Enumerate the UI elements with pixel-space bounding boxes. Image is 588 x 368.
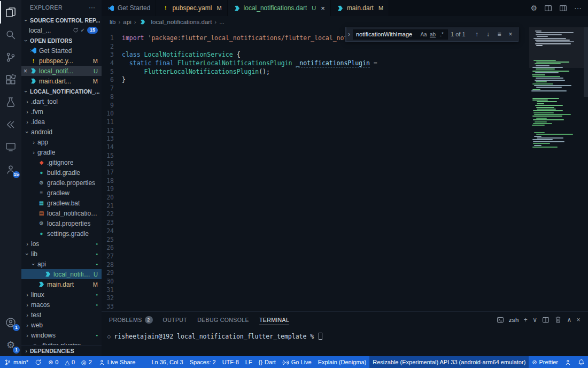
open-editor-item[interactable]: main.dart...M xyxy=(21,76,102,86)
panel-tab-output[interactable]: OUTPUT xyxy=(163,312,188,328)
tree-item[interactable]: ›android xyxy=(21,127,102,137)
tree-item[interactable]: ›lib● xyxy=(21,249,102,259)
close-icon[interactable]: × xyxy=(321,4,325,12)
tree-item[interactable]: ⚙local.properties xyxy=(21,218,102,228)
close-find-icon[interactable]: × xyxy=(506,30,515,38)
kill-terminal-icon[interactable] xyxy=(554,316,562,324)
activity-search[interactable] xyxy=(0,24,21,46)
branch-item[interactable]: main* xyxy=(1,356,32,368)
tree-item[interactable]: ›test xyxy=(21,310,102,320)
tree-item[interactable]: ▤local_notification_f... xyxy=(21,208,102,218)
open-editor-item[interactable]: Get Started xyxy=(21,45,102,56)
close-panel-icon[interactable]: × xyxy=(577,316,581,324)
panel-tab-problems[interactable]: PROBLEMS2 xyxy=(109,312,153,328)
toggle-replace-icon[interactable]: › xyxy=(348,30,350,38)
sync-item[interactable] xyxy=(32,356,45,368)
section-workspace[interactable]: › LOCAL_NOTIFICATION_... xyxy=(21,86,102,96)
sessions-item[interactable]: ◎2 xyxy=(78,356,95,368)
scm-commit-icon[interactable]: ✓ xyxy=(81,27,85,33)
tab-get-started[interactable]: Get Started xyxy=(102,0,156,16)
maximize-panel-icon[interactable]: ∧ xyxy=(567,316,571,324)
tree-item[interactable]: ⚙gradle.properties xyxy=(21,178,102,188)
go-live[interactable]: Go Live xyxy=(279,356,315,368)
activity-settings-gear[interactable]: ⚙1 xyxy=(0,334,21,356)
activity-accounts[interactable]: 1 xyxy=(0,311,21,334)
next-match-icon[interactable]: ↓ xyxy=(484,30,492,38)
panel-tab-terminal[interactable]: TERMINAL xyxy=(259,312,289,328)
tree-item[interactable]: ≡.flutter-plugins xyxy=(21,340,102,345)
previous-match-icon[interactable]: ↑ xyxy=(473,30,481,38)
activity-extensions[interactable] xyxy=(0,68,21,91)
activity-live-share[interactable]: 15 xyxy=(0,158,21,181)
regex-icon[interactable]: .* xyxy=(437,32,446,37)
activity-source-control[interactable] xyxy=(0,46,21,68)
tree-item[interactable]: ▦gradlew.bat xyxy=(21,198,102,208)
activity-testing[interactable] xyxy=(0,91,21,113)
section-source-control[interactable]: › SOURCE CONTROL REP... xyxy=(21,15,102,25)
minimap[interactable] xyxy=(529,27,584,164)
tree-item[interactable]: ›.dart_tool xyxy=(21,96,102,106)
panel-tab-debug-console[interactable]: DEBUG CONSOLE xyxy=(197,312,249,328)
editor-settings-icon[interactable]: ⚙ xyxy=(530,4,537,12)
feedback[interactable] xyxy=(561,356,575,368)
prettier[interactable]: ⊘Prettier xyxy=(529,356,561,368)
new-terminal-icon[interactable]: + xyxy=(524,316,528,324)
tree-item[interactable]: ›app xyxy=(21,137,102,147)
device-selector[interactable]: Resizable (Experimental) API 33 (android… xyxy=(369,356,529,368)
tree-item[interactable]: ›.idea xyxy=(21,117,102,127)
terminal[interactable]: ○ risheetajain@192 local_notification_fl… xyxy=(102,328,588,356)
section-open-editors[interactable]: › OPEN EDITORS xyxy=(21,35,102,45)
tree-item[interactable]: ●build.gradle xyxy=(21,167,102,178)
breadcrumb-item[interactable]: ... xyxy=(219,19,225,25)
section-dependencies[interactable]: › DEPENDENCIES xyxy=(21,345,102,356)
close-icon[interactable]: × xyxy=(21,67,29,75)
layout-icon[interactable] xyxy=(559,4,567,12)
explorer-more-actions-icon[interactable]: ··· xyxy=(89,4,95,11)
cursor-position[interactable]: Ln 36, Col 3 xyxy=(148,356,186,368)
terminal-dropdown-icon[interactable]: ∨ xyxy=(532,316,537,324)
editor[interactable]: 1import 'package:flutter_local_notificat… xyxy=(102,27,588,311)
breadcrumb-item[interactable]: api xyxy=(123,19,131,25)
tree-item[interactable]: ●settings.gradle xyxy=(21,228,102,239)
whole-word-icon[interactable]: ab xyxy=(428,32,437,37)
activity-collapse[interactable] xyxy=(0,113,21,136)
live-share-item[interactable]: Live Share xyxy=(95,356,139,368)
tree-item[interactable]: local_notific...U xyxy=(21,269,102,279)
breadcrumb-item[interactable]: lib xyxy=(110,19,116,25)
tree-item[interactable]: ›windows● xyxy=(21,330,102,340)
split-editor-icon[interactable] xyxy=(544,4,552,12)
language-mode[interactable]: {}Dart xyxy=(256,356,279,368)
editor-scrollbar[interactable] xyxy=(584,27,588,311)
open-editor-item[interactable]: ×local_notif...U xyxy=(21,66,102,76)
activity-explorer[interactable] xyxy=(0,1,21,24)
tab-pubspec-yaml[interactable]: !pubspec.yamlM xyxy=(156,0,227,16)
tree-item[interactable]: ›.fvm xyxy=(21,106,102,117)
encoding[interactable]: UTF-8 xyxy=(219,356,242,368)
find-input[interactable] xyxy=(356,31,419,37)
tree-item[interactable]: ›ios● xyxy=(21,239,102,249)
tab-main-dart[interactable]: main.dartM xyxy=(331,0,389,16)
open-editor-item[interactable]: !pubspec.y...M xyxy=(21,56,102,66)
tree-item[interactable]: ≡gradlew xyxy=(21,188,102,198)
tree-item[interactable]: ›api● xyxy=(21,259,102,269)
tree-item[interactable]: ›gradle xyxy=(21,147,102,157)
tree-item[interactable]: ◆.gitignore xyxy=(21,157,102,167)
scm-repo-row[interactable]: local_... ✓ 15 xyxy=(21,25,102,35)
scm-sync-icon[interactable] xyxy=(73,27,79,33)
shell-label[interactable]: zsh xyxy=(509,317,519,323)
match-case-icon[interactable]: Aa xyxy=(419,32,428,37)
tree-item[interactable]: ›web xyxy=(21,320,102,330)
code-area[interactable]: 1import 'package:flutter_local_notificat… xyxy=(102,27,588,311)
more-actions-icon[interactable]: ··· xyxy=(574,4,582,12)
eol[interactable]: LF xyxy=(242,356,256,368)
breadcrumb-item[interactable]: local_notifications.dart xyxy=(151,19,212,25)
tree-item[interactable]: ›macos● xyxy=(21,300,102,310)
activity-remote[interactable] xyxy=(0,136,21,158)
warnings-item[interactable]: △0 xyxy=(61,356,78,368)
indentation[interactable]: Spaces: 2 xyxy=(187,356,219,368)
explain-denigma[interactable]: Explain (Denigma) xyxy=(315,356,369,368)
find-in-selection-icon[interactable]: ≡ xyxy=(495,30,504,38)
tab-local-notifications-dart[interactable]: local_notifications.dartU× xyxy=(228,0,331,16)
notifications[interactable] xyxy=(575,356,588,368)
split-terminal-icon[interactable] xyxy=(542,316,550,324)
